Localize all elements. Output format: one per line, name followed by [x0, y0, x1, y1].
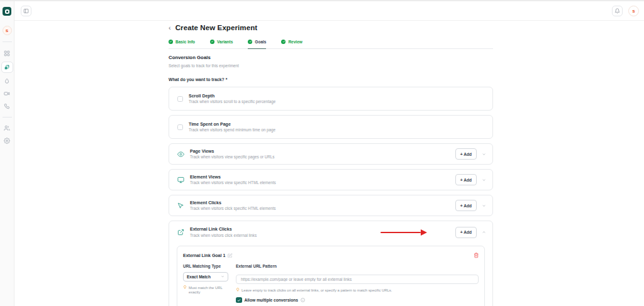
sidebar-item-heatmaps[interactable]	[4, 75, 10, 87]
delete-goal-trash-icon[interactable]	[474, 253, 479, 258]
back-button[interactable]: ‹	[169, 25, 171, 31]
time-spent-checkbox[interactable]	[177, 124, 183, 130]
sidebar-divider	[3, 117, 12, 117]
user-avatar[interactable]: s	[628, 6, 639, 16]
lightbulb-icon	[183, 285, 187, 289]
goal-name: Page Views	[190, 149, 275, 153]
sidebar-item-experiments[interactable]	[1, 62, 13, 73]
track-question-label: What do you want to track? *	[169, 77, 493, 82]
sidebar-item-team[interactable]	[4, 122, 10, 134]
chevron-down-icon[interactable]	[482, 204, 486, 208]
step-complete-check-icon	[281, 40, 286, 44]
scroll-depth-checkbox[interactable]	[177, 96, 183, 102]
goal-description: Track when visitors spend minimum time o…	[189, 128, 275, 132]
section-title: Conversion Goals	[169, 55, 493, 60]
chevron-down-icon	[221, 275, 225, 278]
cursor-icon	[177, 202, 184, 209]
sidebar-item-settings[interactable]	[4, 134, 10, 147]
experiments-icon	[4, 64, 10, 70]
goal-description: Track when visitors view specific HTML e…	[190, 180, 276, 185]
top-bar: s	[14, 1, 644, 21]
heatmap-flame-icon	[4, 78, 10, 84]
goal-name: Scroll Depth	[189, 94, 275, 98]
section-subtitle: Select goals to track for this experimen…	[169, 63, 493, 68]
step-review[interactable]: Review	[281, 40, 302, 48]
team-users-icon	[4, 125, 10, 131]
step-label: Basic Info	[175, 40, 195, 44]
external-link-goal-editor: External Link Goal 1 URL Matching Type E…	[177, 246, 485, 306]
goal-name: Element Views	[190, 175, 276, 179]
add-element-view-goal-button[interactable]: + Add	[455, 174, 477, 185]
step-basic-info[interactable]: Basic Info	[169, 40, 195, 48]
eye-icon	[177, 151, 184, 158]
sidebar-item-calls[interactable]	[4, 100, 10, 112]
goal-description: Track when visitors click specific HTML …	[190, 206, 275, 210]
goal-card-list: Scroll Depth Track when visitors scroll …	[169, 87, 493, 306]
hint-text: Must match the URL exactly	[189, 286, 228, 295]
step-label: Goals	[255, 40, 266, 44]
step-complete-check-icon	[210, 40, 214, 44]
step-complete-check-icon	[169, 40, 173, 44]
goal-description: Track when visitors click external links	[190, 233, 257, 238]
notifications-button[interactable]	[612, 6, 623, 16]
goal-card-page-views[interactable]: Page Views Track when visitors view spec…	[169, 143, 493, 165]
step-label: Variants	[217, 40, 233, 44]
goal-card-external-link-clicks[interactable]: External Link Clicks Track when visitors…	[169, 221, 493, 306]
add-element-click-goal-button[interactable]: + Add	[455, 200, 477, 211]
dashboard-grid-icon	[4, 50, 10, 57]
sidebar-item-recordings[interactable]	[4, 87, 10, 100]
sidebar-divider	[3, 41, 12, 42]
goal-description: Track when visitors scroll to a specific…	[189, 99, 275, 104]
url-pattern-hint: Leave empty to track clicks on all exter…	[236, 288, 479, 293]
brand-logo-icon[interactable]	[3, 7, 11, 16]
url-matching-type-label: URL Matching Type	[183, 264, 228, 268]
matching-type-hint: Must match the URL exactly	[183, 286, 228, 295]
goal-name: Element Clicks	[190, 200, 275, 205]
chevron-down-icon[interactable]	[482, 152, 486, 156]
page-title: Create New Experiment	[175, 24, 258, 31]
goal-name: Time Spent on Page	[189, 122, 275, 126]
wizard-steps: Basic Info Variants Goals Review	[169, 40, 493, 49]
add-external-link-goal-button[interactable]: + Add	[455, 227, 477, 238]
chevron-up-icon[interactable]	[482, 230, 486, 234]
goal-name: External Link Clicks	[190, 227, 257, 231]
goal-editor-title: External Link Goal 1	[183, 253, 225, 258]
sidebar-toggle-button[interactable]	[21, 6, 31, 16]
recordings-camera-icon	[4, 90, 10, 97]
step-goals[interactable]: Goals	[248, 40, 266, 49]
info-circle-icon[interactable]	[301, 298, 305, 302]
main-content: ‹ Create New Experiment Basic Info Varia…	[169, 24, 493, 306]
panel-toggle-icon	[23, 8, 29, 14]
external-url-pattern-label: External URL Pattern	[236, 264, 479, 268]
edit-pencil-icon[interactable]	[228, 253, 233, 258]
workspace-avatar[interactable]: s	[3, 26, 12, 35]
left-sidebar: s	[0, 1, 14, 306]
sidebar-item-dashboard[interactable]	[4, 47, 10, 60]
settings-gear-icon	[4, 138, 10, 144]
selected-matching-type: Exact Match	[187, 275, 211, 279]
allow-multiple-conversions-checkbox[interactable]	[236, 297, 242, 303]
step-complete-check-icon	[248, 40, 252, 44]
hint-text: Leave empty to track clicks on all exter…	[242, 288, 392, 293]
chevron-down-icon[interactable]	[482, 178, 486, 182]
goal-card-element-clicks[interactable]: Element Clicks Track when visitors click…	[169, 195, 493, 216]
external-link-icon	[177, 229, 184, 236]
allow-multiple-conversions-label: Allow multiple conversions	[245, 298, 298, 302]
monitor-icon	[177, 177, 184, 183]
add-page-view-goal-button[interactable]: + Add	[455, 148, 477, 160]
goal-card-scroll-depth[interactable]: Scroll Depth Track when visitors scroll …	[169, 87, 493, 111]
annotation-arrow	[380, 229, 427, 236]
bell-icon	[614, 8, 620, 14]
step-variants[interactable]: Variants	[210, 40, 233, 48]
lightbulb-icon	[236, 288, 240, 292]
url-matching-type-select[interactable]: Exact Match	[183, 272, 228, 281]
step-label: Review	[288, 40, 302, 44]
goal-description: Track when visitors view specific pages …	[190, 155, 275, 159]
external-url-pattern-input[interactable]	[236, 275, 479, 284]
goal-card-element-views[interactable]: Element Views Track when visitors view s…	[169, 169, 493, 190]
goal-card-time-spent[interactable]: Time Spent on Page Track when visitors s…	[169, 115, 493, 139]
calls-phone-icon	[4, 103, 10, 109]
